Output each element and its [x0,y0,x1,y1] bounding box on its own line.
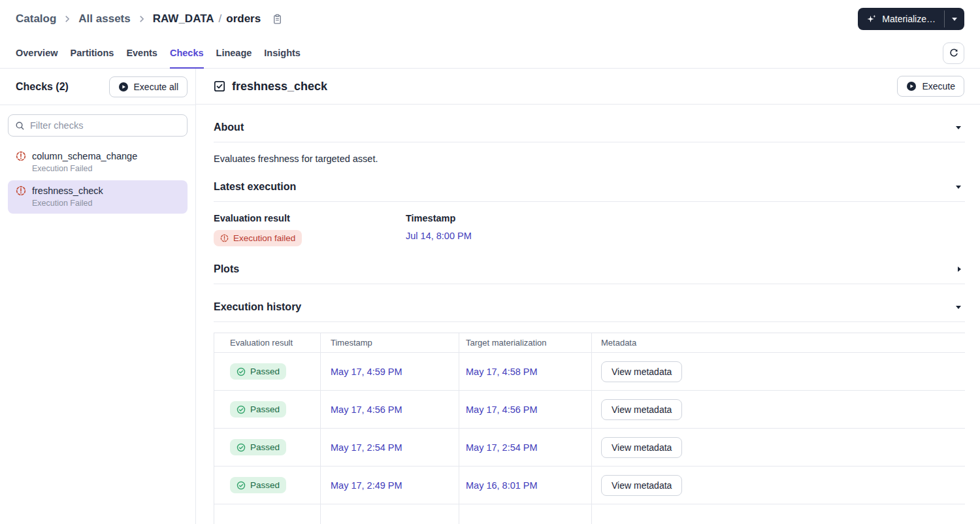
breadcrumb-catalog[interactable]: Catalog [16,12,56,25]
row-timestamp-link[interactable]: May 17, 2:54 PM [331,442,402,453]
latest-execution-fields: Evaluation result Execution failed [214,213,965,246]
content-area: Checks (2) Execute all [0,69,980,524]
passed-badge-label: Passed [250,442,280,452]
column-header-evaluation-result: Evaluation result [214,333,321,352]
table-row: Passed May 17, 4:59 PM May 17, 4:58 PM V… [214,353,965,391]
view-metadata-button[interactable]: View metadata [601,475,682,496]
tab-events[interactable]: Events [126,38,157,68]
execution-history-body: Passed May 17, 4:59 PM May 17, 4:58 PM V… [214,353,965,504]
latest-timestamp-link[interactable]: Jul 14, 8:00 PM [406,231,472,241]
passed-badge: Passed [230,363,286,380]
about-title: About [214,122,244,133]
breadcrumb: Catalog All assets RAW_DATA / orders [16,12,283,25]
check-circle-icon [237,405,246,414]
breadcrumb-all-assets[interactable]: All assets [78,12,130,25]
tab-label: Overview [16,48,58,58]
check-detail-header: freshness_check Execute [196,69,980,105]
search-icon [15,121,25,131]
check-list: column_schema_change Execution Failed fr… [0,144,195,215]
chevron-down-icon [952,18,957,21]
about-section-header: About [214,122,965,142]
tab-partitions[interactable]: Partitions [71,38,114,68]
check-list-item-freshness_check[interactable]: freshness_check Execution Failed [8,180,188,214]
execute-all-label: Execute all [134,82,178,92]
collapse-execution-history-button[interactable] [952,303,965,312]
check-list-item-column_schema_change[interactable]: column_schema_change Execution Failed [8,146,188,179]
tab-overview[interactable]: Overview [16,38,58,68]
check-square-icon [214,80,225,92]
passed-badge: Passed [230,477,286,493]
checks-count-title: Checks (2) [16,81,69,93]
timestamp-field: Timestamp Jul 14, 8:00 PM [406,213,472,246]
row-target-link[interactable]: May 17, 4:58 PM [466,367,538,377]
table-row: Passed May 17, 4:56 PM May 17, 4:56 PM V… [214,391,965,429]
check-circle-icon [237,481,246,490]
row-timestamp-link[interactable]: May 17, 2:49 PM [331,480,402,491]
execution-failed-badge: Execution failed [214,230,302,246]
expand-plots-button[interactable] [954,264,965,274]
execution-history-title: Execution history [214,301,301,313]
sidebar-header: Checks (2) Execute all [0,69,195,105]
materialize-dropdown-button[interactable] [945,8,964,30]
column-header-target-materialization: Target materialization [459,333,592,352]
tabs: Overview Partitions Events Checks Lineag… [16,38,301,68]
table-row: Passed May 17, 2:54 PM May 17, 2:54 PM V… [214,429,965,467]
chevron-right-icon [63,15,71,23]
row-target-link[interactable]: May 17, 2:54 PM [466,442,538,453]
tab-lineage[interactable]: Lineage [216,38,252,68]
execute-button[interactable]: Execute [897,76,964,97]
row-timestamp-link[interactable]: May 17, 4:56 PM [331,404,402,415]
refresh-button[interactable] [943,42,964,64]
chevron-right-icon [958,267,961,272]
check-circle-icon [237,443,246,452]
asset-tab-bar: Overview Partitions Events Checks Lineag… [0,38,980,69]
chevron-down-icon [956,186,961,189]
tab-label: Lineage [216,48,252,58]
plots-title: Plots [214,263,239,275]
table-header-row: Evaluation result Timestamp Target mater… [214,333,965,353]
filter-checks-input[interactable] [30,120,180,131]
latest-execution-title: Latest execution [214,181,296,193]
collapse-about-button[interactable] [952,123,965,132]
tab-label: Events [126,48,157,58]
tab-checks[interactable]: Checks [170,38,204,68]
column-header-timestamp: Timestamp [321,333,459,352]
execute-label: Execute [922,81,955,91]
chevron-down-icon [956,306,961,309]
sparkles-icon [866,14,877,24]
materialize-button[interactable]: Materialize… [858,8,944,30]
asset-group-name: RAW_DATA [153,12,214,25]
plots-section-header: Plots [214,263,965,284]
asset-name: orders [226,12,261,25]
passed-badge-label: Passed [250,367,280,376]
materialize-split-button: Materialize… [858,8,964,30]
table-row [214,504,965,524]
check-title: freshness_check [232,80,327,93]
check-name: freshness_check [32,186,103,196]
tab-label: Partitions [71,48,114,58]
view-metadata-button[interactable]: View metadata [601,437,682,458]
row-timestamp-link[interactable]: May 17, 4:59 PM [331,367,402,377]
execution-failed-icon [16,151,26,161]
execution-failed-icon [220,234,229,242]
checks-sidebar: Checks (2) Execute all [0,69,196,524]
execution-failed-badge-label: Execution failed [233,233,295,243]
chevron-right-icon [138,15,146,23]
evaluation-result-label: Evaluation result [214,213,406,223]
passed-badge-label: Passed [250,404,280,414]
check-circle-icon [237,367,246,376]
execute-all-button[interactable]: Execute all [109,76,188,97]
view-metadata-button[interactable]: View metadata [601,361,682,382]
collapse-latest-execution-button[interactable] [952,183,965,191]
play-circle-icon [118,82,129,92]
tab-insights[interactable]: Insights [264,38,301,68]
check-detail-body: About Evaluates freshness for targeted a… [196,105,980,524]
view-metadata-button[interactable]: View metadata [601,399,682,420]
row-target-link[interactable]: May 16, 8:01 PM [466,480,538,491]
check-status: Execution Failed [32,164,180,173]
copy-asset-name-button[interactable] [272,14,283,25]
check-name: column_schema_change [32,151,137,161]
about-description: Evaluates freshness for targeted asset. [214,154,965,164]
row-target-link[interactable]: May 17, 4:56 PM [466,404,538,415]
tab-label: Checks [170,48,204,58]
